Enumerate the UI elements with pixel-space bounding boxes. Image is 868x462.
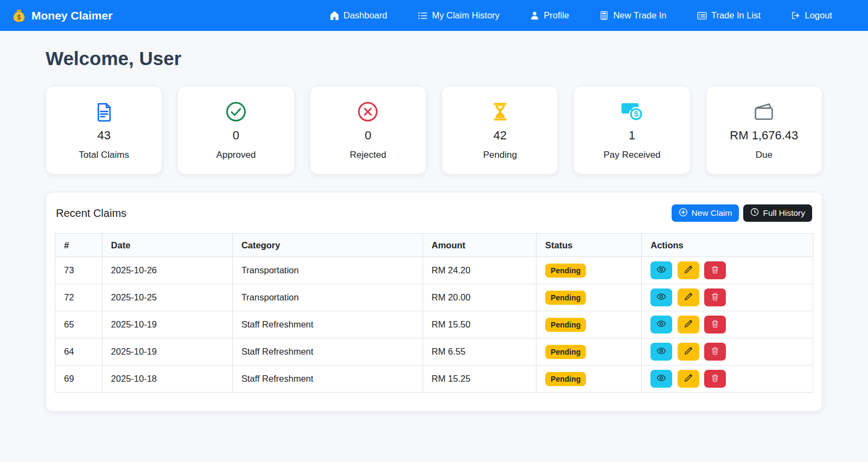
stat-value: RM 1,676.43: [730, 129, 798, 143]
trash-icon: [711, 265, 719, 276]
money-bag-icon: $: [12, 9, 26, 23]
hourglass-icon: [490, 100, 510, 124]
pencil-icon: [684, 319, 693, 330]
home-icon: [330, 11, 339, 20]
brand[interactable]: $ Money Claimer: [12, 9, 112, 23]
claim-category: Staff Refreshment: [232, 365, 423, 393]
stat-label: Rejected: [350, 150, 386, 161]
claim-amount: RM 15.25: [423, 365, 537, 393]
view-button[interactable]: [650, 343, 672, 361]
nav-item-profile[interactable]: Profile: [530, 10, 569, 21]
col-header-amount: Amount: [423, 234, 537, 257]
nav-label: Logout: [805, 10, 832, 21]
eye-icon: [656, 346, 666, 357]
stat-label: Approved: [216, 150, 256, 161]
page-title: Welcome, User: [46, 48, 822, 69]
claim-id: 64: [55, 338, 103, 365]
claim-id: 73: [55, 257, 103, 284]
col-header-id: #: [55, 234, 103, 257]
claim-amount: RM 15.50: [423, 311, 537, 338]
status-badge: Pending: [545, 264, 586, 278]
stat-label: Total Claims: [79, 150, 129, 161]
wallet-icon: [752, 100, 775, 124]
list-icon: [418, 11, 427, 21]
nav-item-logout[interactable]: Logout: [791, 10, 832, 21]
nav-item-trade-in-list[interactable]: Trade In List: [697, 10, 761, 21]
stat-label: Pay Received: [604, 150, 661, 161]
stat-card-total-claims: 43 Total Claims: [46, 86, 162, 175]
claim-date: 2025-10-26: [102, 257, 232, 284]
delete-button[interactable]: [704, 343, 726, 361]
calculator-icon: [599, 11, 609, 20]
recent-claims-card: Recent Claims New Claim Full History: [46, 192, 822, 412]
stat-card-pay-received: $ 1 Pay Received: [573, 86, 690, 175]
svg-text:$: $: [634, 110, 638, 118]
stat-label: Pending: [483, 150, 516, 161]
stat-card-approved: 0 Approved: [177, 86, 294, 175]
edit-button[interactable]: [678, 370, 699, 388]
edit-button[interactable]: [678, 316, 699, 333]
x-circle-icon: [357, 100, 379, 124]
table-row: 65 2025-10-19 Staff Refreshment RM 15.50…: [55, 311, 813, 338]
trash-icon: [711, 292, 719, 303]
stat-card-rejected: 0 Rejected: [310, 86, 426, 175]
table-row: 64 2025-10-19 Staff Refreshment RM 6.55 …: [55, 338, 813, 365]
file-text-icon: [94, 100, 114, 124]
edit-button[interactable]: [678, 288, 699, 306]
stat-value: 42: [493, 129, 506, 143]
table-header-row: # Date Category Amount Status Actions: [55, 234, 813, 257]
edit-button[interactable]: [678, 343, 699, 361]
eye-icon: [656, 373, 666, 384]
view-button[interactable]: [650, 288, 672, 306]
recent-claims-title: Recent Claims: [56, 207, 126, 220]
nav-item-new-trade-in[interactable]: New Trade In: [599, 10, 666, 21]
svg-text:$: $: [17, 13, 21, 21]
edit-button[interactable]: [678, 261, 699, 279]
view-button[interactable]: [650, 316, 672, 333]
delete-button[interactable]: [704, 316, 726, 333]
stats-row: 43 Total Claims 0 Approved 0 Rejected 42…: [46, 86, 822, 175]
delete-button[interactable]: [704, 261, 726, 279]
view-button[interactable]: [650, 261, 672, 279]
stat-value: 43: [97, 129, 110, 143]
new-claim-button[interactable]: New Claim: [672, 204, 739, 222]
new-claim-label: New Claim: [692, 208, 732, 218]
status-badge: Pending: [545, 318, 586, 332]
person-icon: [530, 11, 539, 20]
stat-value: 1: [629, 129, 635, 143]
stat-label: Due: [756, 150, 773, 161]
pencil-icon: [684, 292, 693, 303]
claim-category: Transportation: [232, 257, 423, 284]
claim-category: Transportation: [232, 284, 423, 311]
claim-category: Staff Refreshment: [232, 311, 423, 338]
trash-icon: [711, 374, 719, 384]
claim-date: 2025-10-25: [102, 284, 232, 311]
eye-icon: [656, 292, 666, 303]
table-row: 72 2025-10-25 Transportation RM 20.00 Pe…: [55, 284, 813, 311]
table-row: 73 2025-10-26 Transportation RM 24.20 Pe…: [55, 257, 813, 284]
view-button[interactable]: [650, 370, 672, 388]
delete-button[interactable]: [704, 370, 726, 388]
trash-icon: [711, 347, 719, 357]
claim-category: Staff Refreshment: [232, 338, 423, 365]
claim-amount: RM 6.55: [423, 338, 537, 365]
nav-item-dashboard[interactable]: Dashboard: [330, 10, 387, 21]
nav-item-my-claim-history[interactable]: My Claim History: [418, 10, 500, 21]
logout-icon: [791, 11, 800, 20]
nav-label: Dashboard: [343, 10, 387, 21]
stat-card-pending: 42 Pending: [442, 86, 558, 175]
col-header-date: Date: [102, 234, 232, 257]
claim-id: 65: [55, 311, 103, 338]
trash-icon: [711, 319, 719, 330]
nav-label: New Trade In: [613, 10, 666, 21]
col-header-category: Category: [232, 234, 423, 257]
eye-icon: [656, 265, 666, 276]
claims-table: # Date Category Amount Status Actions 73…: [55, 233, 813, 393]
brand-title: Money Claimer: [31, 9, 112, 22]
delete-button[interactable]: [704, 288, 726, 306]
nav-label: Trade In List: [711, 10, 761, 21]
plus-circle-icon: [679, 208, 688, 219]
col-header-actions: Actions: [642, 234, 813, 257]
claim-date: 2025-10-18: [102, 365, 232, 393]
full-history-button[interactable]: Full History: [743, 204, 812, 222]
